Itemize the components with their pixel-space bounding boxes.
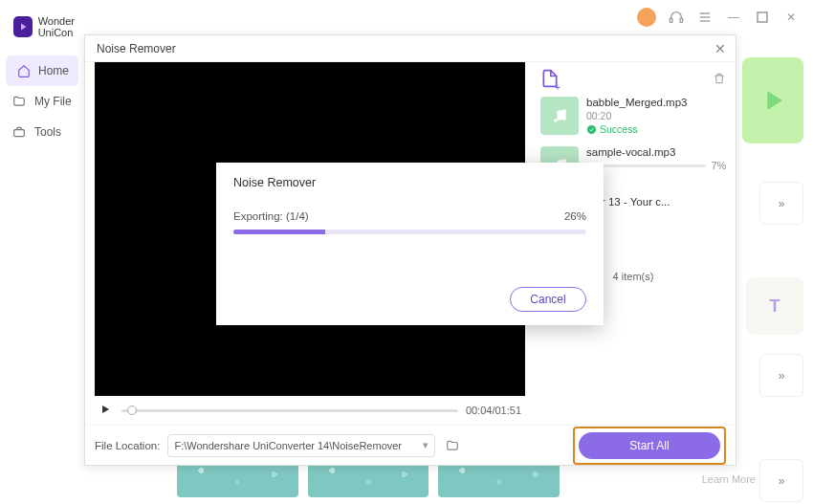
chevron-down-icon: ▾ (423, 439, 428, 451)
nav-myfiles[interactable]: My File (0, 86, 84, 117)
add-file-button[interactable]: + (540, 69, 565, 91)
svg-rect-1 (680, 18, 683, 22)
nav-home-label: Home (38, 64, 69, 77)
text-tool-tile[interactable]: T (746, 277, 803, 335)
home-icon (17, 63, 31, 78)
file-location-label: File Location: (95, 440, 160, 451)
svg-rect-5 (758, 12, 767, 22)
svg-rect-6 (14, 130, 25, 137)
nav-tools-label: Tools (34, 125, 61, 139)
start-all-highlight: Start All (573, 427, 726, 465)
delete-all-button[interactable] (713, 72, 726, 88)
svg-point-9 (587, 124, 596, 133)
file-item[interactable]: babble_Merged.mp300:20Success (540, 91, 726, 141)
toolbox-icon (11, 124, 27, 140)
start-all-button[interactable]: Start All (579, 432, 720, 459)
carousel-next-2[interactable]: » (759, 354, 803, 397)
app-logo: WonderUniCon (0, 15, 84, 55)
nav-home[interactable]: Home (6, 55, 78, 86)
window-minimize[interactable]: — (725, 9, 742, 26)
file-name: sample-vocal.mp3 (586, 146, 726, 158)
learn-more-link[interactable]: Learn More (702, 473, 756, 485)
window-close[interactable]: ✕ (782, 9, 800, 26)
user-avatar[interactable] (637, 8, 656, 27)
status-success: Success (586, 123, 726, 135)
seek-slider[interactable] (121, 409, 458, 412)
modal-title: Noise Remover (97, 42, 176, 55)
modal-header: Noise Remover ✕ (85, 35, 736, 62)
file-progress: 7% (586, 160, 726, 171)
feature-tile[interactable] (742, 57, 803, 143)
music-icon (540, 97, 579, 135)
modal-close-button[interactable]: ✕ (714, 41, 726, 56)
svg-rect-0 (670, 18, 672, 22)
app-name-2: UniCon (38, 27, 75, 38)
svg-point-8 (562, 118, 565, 121)
export-progress-modal: Noise Remover Exporting: (1/4) 26% Cance… (216, 163, 604, 325)
folder-icon (11, 94, 27, 109)
app-name-1: Wonder (38, 15, 75, 27)
export-modal-title: Noise Remover (233, 176, 586, 189)
player-bar: 00:04/01:51 (95, 396, 525, 425)
time-display: 00:04/01:51 (466, 405, 521, 416)
export-status-label: Exporting: (1/4) (233, 210, 309, 222)
play-button[interactable] (99, 403, 114, 418)
open-folder-button[interactable] (443, 436, 462, 455)
carousel-next-3[interactable]: » (759, 459, 803, 502)
file-duration: 00:20 (586, 110, 726, 121)
export-percent: 26% (564, 210, 586, 222)
nav-tools[interactable]: Tools (0, 117, 84, 147)
nav-myfiles-label: My File (34, 95, 72, 108)
menu-icon[interactable] (696, 9, 714, 26)
modal-footer: File Location: F:\Wondershare UniConvert… (85, 425, 736, 465)
logo-icon (13, 16, 33, 37)
export-progress-bar (233, 230, 586, 234)
file-name: babble_Merged.mp3 (586, 97, 726, 108)
svg-point-7 (554, 119, 557, 121)
headset-icon[interactable] (668, 9, 685, 26)
carousel-next-1[interactable]: » (759, 182, 803, 225)
sidebar: WonderUniCon Home My File Tools (0, 0, 84, 504)
window-maximize[interactable] (754, 9, 771, 26)
file-location-select[interactable]: F:\Wondershare UniConverter 14\NoiseRemo… (167, 434, 435, 457)
cancel-button[interactable]: Cancel (510, 287, 586, 312)
file-location-value: F:\Wondershare UniConverter 14\NoiseRemo… (174, 440, 402, 451)
